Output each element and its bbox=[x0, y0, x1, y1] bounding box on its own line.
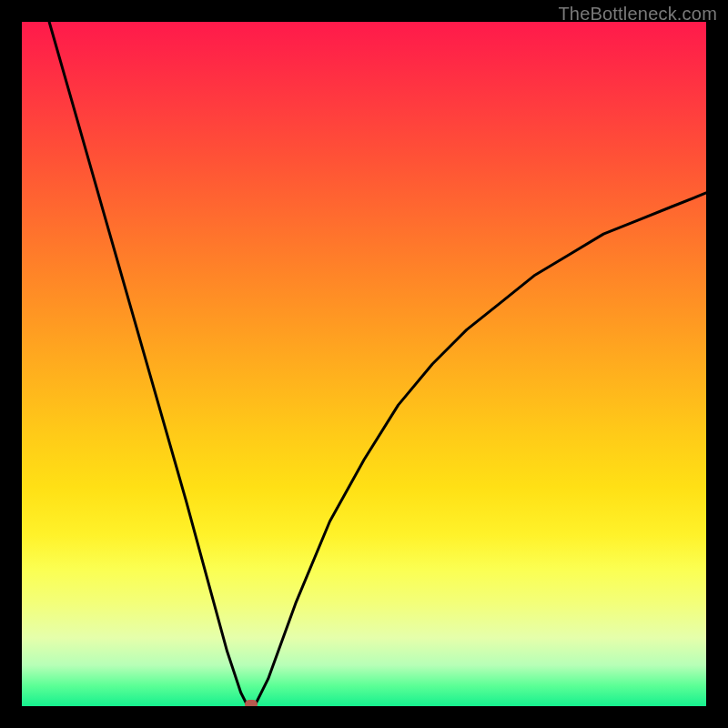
optimal-marker bbox=[245, 700, 258, 706]
bottleneck-curve bbox=[22, 22, 706, 706]
curve-path bbox=[49, 22, 706, 706]
watermark-text: TheBottleneck.com bbox=[558, 4, 717, 25]
plot-area bbox=[22, 22, 706, 706]
chart-frame: TheBottleneck.com bbox=[0, 0, 728, 728]
